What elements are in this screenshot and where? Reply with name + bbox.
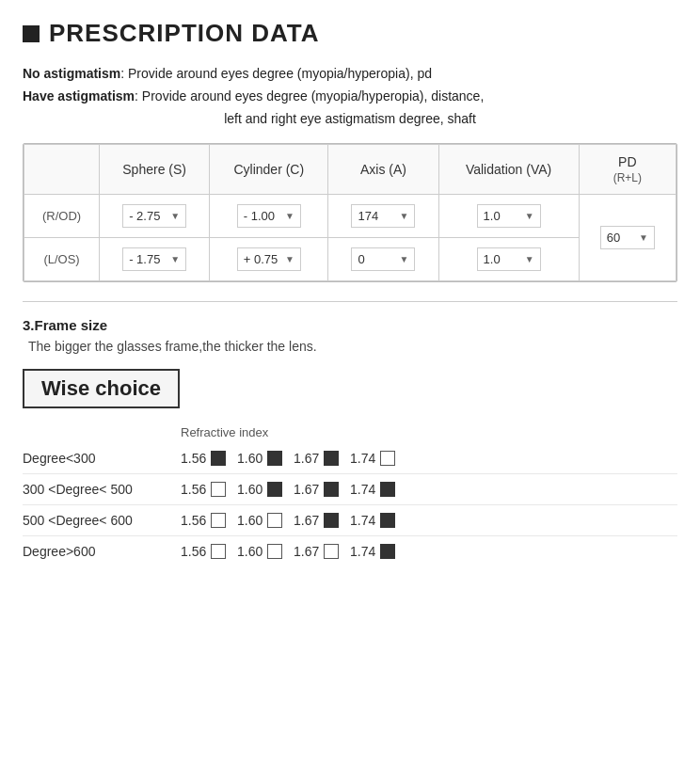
validation-los-select[interactable]: 1.0 ▼	[477, 247, 541, 271]
ref-checkbox[interactable]	[211, 513, 226, 528]
axis-los-dropdown-container: 0 ▼	[336, 247, 430, 271]
degree-label: Degree>600	[23, 544, 181, 559]
have-astig-text2-line: left and right eye astigmatism degree, s…	[23, 108, 677, 131]
have-astigmatism-line: Have astigmatism: Provide around eyes de…	[23, 86, 677, 108]
ref-checkbox[interactable]	[267, 482, 282, 497]
ref-checkbox[interactable]	[267, 544, 282, 559]
ref-index-value: 1.56	[181, 451, 237, 466]
ref-checkbox[interactable]	[324, 544, 339, 559]
ref-index-number: 1.67	[294, 451, 319, 466]
ref-index-value: 1.74	[350, 451, 406, 466]
ref-index-value: 1.60	[237, 513, 294, 528]
ref-checkbox[interactable]	[380, 482, 395, 497]
ref-checkbox[interactable]	[380, 451, 395, 466]
ref-index-number: 1.60	[237, 513, 262, 528]
col-header-axis: Axis (A)	[328, 145, 438, 195]
pd-chevron-icon: ▼	[639, 232, 648, 243]
ref-index-cells: 1.561.601.671.74	[181, 513, 406, 528]
ref-index-value: 1.56	[181, 513, 237, 528]
sphere-rod-select[interactable]: - 2.75 ▼	[122, 204, 186, 228]
ref-index-number: 1.74	[350, 544, 375, 559]
validation-los-value: 1.0	[484, 252, 501, 266]
frame-size-title: 3.Frame size	[23, 317, 677, 333]
no-astigmatism-line: No astigmatism: Provide around eyes degr…	[23, 63, 677, 86]
ref-index-cells: 1.561.601.671.74	[181, 544, 406, 559]
col-header-cylinder: Cylinder (C)	[210, 145, 328, 195]
no-astig-label: No astigmatism	[23, 66, 120, 81]
table-row-los: (L/OS) - 1.75 ▼ + 0.75 ▼	[24, 238, 676, 281]
ref-index-number: 1.67	[294, 482, 319, 497]
ref-index-number: 1.60	[237, 482, 262, 497]
axis-los-value: 0	[358, 252, 364, 266]
sphere-los-chevron-icon: ▼	[170, 254, 180, 264]
axis-rod-select[interactable]: 174 ▼	[351, 204, 415, 228]
validation-los-dropdown-container: 1.0 ▼	[447, 247, 571, 271]
table-row-rod: (R/OD) - 2.75 ▼ - 1.00 ▼	[24, 195, 676, 238]
cylinder-rod-dropdown-container: - 1.00 ▼	[217, 204, 320, 228]
degree-label: 500 <Degree< 600	[23, 513, 181, 528]
pd-value: 60	[607, 231, 620, 245]
ref-index-number: 1.74	[350, 451, 375, 466]
ref-index-value: 1.74	[350, 544, 406, 559]
ref-checkbox[interactable]	[211, 482, 226, 497]
refractive-row: Degree<3001.561.601.671.74	[23, 443, 677, 474]
validation-los-cell: 1.0 ▼	[438, 238, 579, 281]
axis-rod-dropdown-container: 174 ▼	[336, 204, 430, 228]
degree-label: Degree<300	[23, 451, 181, 466]
ref-index-value: 1.67	[294, 513, 350, 528]
validation-rod-chevron-icon: ▼	[525, 211, 534, 221]
cylinder-rod-select[interactable]: - 1.00 ▼	[237, 204, 301, 228]
ref-checkbox[interactable]	[267, 451, 282, 466]
page-title: PRESCRIPTION DATA	[49, 19, 320, 48]
col-header-empty	[24, 145, 100, 195]
axis-los-cell: 0 ▼	[328, 238, 438, 281]
ref-index-number: 1.56	[181, 482, 206, 497]
axis-rod-value: 174	[358, 209, 378, 223]
sphere-rod-chevron-icon: ▼	[170, 211, 180, 221]
cylinder-rod-cell: - 1.00 ▼	[210, 195, 328, 238]
sphere-los-value: - 1.75	[129, 252, 160, 266]
ref-index-number: 1.74	[350, 482, 375, 497]
ref-index-value: 1.67	[294, 482, 350, 497]
ref-checkbox[interactable]	[380, 544, 395, 559]
sphere-rod-dropdown-container: - 2.75 ▼	[107, 204, 201, 228]
pd-dropdown-container: 60 ▼	[587, 226, 668, 249]
ref-index-value: 1.74	[350, 482, 406, 497]
ref-checkbox[interactable]	[324, 482, 339, 497]
ref-checkbox[interactable]	[380, 513, 395, 528]
ref-checkbox[interactable]	[324, 451, 339, 466]
col-header-sphere: Sphere (S)	[100, 145, 210, 195]
ref-checkbox[interactable]	[324, 513, 339, 528]
validation-rod-value: 1.0	[484, 209, 501, 223]
sphere-los-select[interactable]: - 1.75 ▼	[122, 247, 186, 271]
validation-rod-cell: 1.0 ▼	[438, 195, 579, 238]
pd-select[interactable]: 60 ▼	[600, 226, 655, 249]
cylinder-los-select[interactable]: + 0.75 ▼	[237, 247, 301, 271]
ref-index-value: 1.60	[237, 544, 294, 559]
refractive-row: 300 <Degree< 5001.561.601.671.74	[23, 474, 677, 505]
wise-choice-box: Wise choice	[23, 369, 180, 408]
validation-rod-select[interactable]: 1.0 ▼	[477, 204, 541, 228]
sphere-rod-value: - 2.75	[129, 209, 160, 223]
table-header-row: Sphere (S) Cylinder (C) Axis (A) Validat…	[24, 145, 676, 195]
ref-index-cells: 1.561.601.671.74	[181, 482, 406, 497]
refractive-table: Degree<3001.561.601.671.74300 <Degree< 5…	[23, 443, 677, 566]
cylinder-los-chevron-icon: ▼	[285, 254, 294, 264]
axis-los-chevron-icon: ▼	[400, 254, 409, 264]
ref-checkbox[interactable]	[267, 513, 282, 528]
row-label-rod: (R/OD)	[24, 195, 100, 238]
ref-index-value: 1.60	[237, 482, 294, 497]
cylinder-rod-chevron-icon: ▼	[285, 211, 294, 221]
ref-index-number: 1.60	[237, 451, 262, 466]
prescription-table-wrapper: Sphere (S) Cylinder (C) Axis (A) Validat…	[23, 143, 677, 282]
pd-header-label: PD	[618, 154, 636, 169]
degree-label: 300 <Degree< 500	[23, 482, 181, 497]
ref-checkbox[interactable]	[211, 451, 226, 466]
cylinder-rod-value: - 1.00	[244, 209, 275, 223]
refractive-row: 500 <Degree< 6001.561.601.671.74	[23, 505, 677, 536]
axis-los-select[interactable]: 0 ▼	[351, 247, 415, 271]
sphere-los-cell: - 1.75 ▼	[100, 238, 210, 281]
ref-index-number: 1.74	[350, 513, 375, 528]
ref-checkbox[interactable]	[211, 544, 226, 559]
ref-index-value: 1.67	[294, 451, 350, 466]
